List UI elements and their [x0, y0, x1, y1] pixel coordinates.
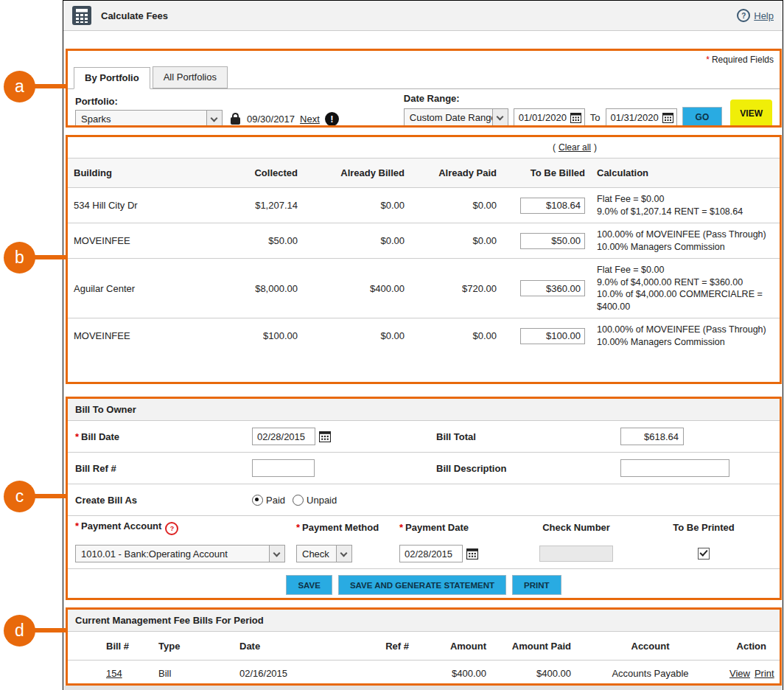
col-to-be-billed: To Be Billed: [503, 158, 591, 188]
bill-ref-input[interactable]: [252, 459, 315, 477]
bill-date-row: *Bill Date 02/28/2015 Bill Total $618.64: [68, 421, 780, 453]
go-button[interactable]: GO: [682, 107, 723, 128]
building-cell: MOVEINFEE: [68, 318, 204, 354]
view-button[interactable]: VIEW: [730, 100, 772, 128]
bill-to-owner-title: Bill To Owner: [68, 399, 780, 421]
payment-date-input[interactable]: 02/28/2015: [399, 545, 463, 562]
bill-description-label: Bill Description: [436, 463, 620, 474]
print-link[interactable]: Print: [755, 668, 774, 679]
col-ref: Ref #: [346, 641, 409, 652]
payment-account-label: *Payment Account?: [75, 520, 296, 535]
calculation-cell: 100.00% of MOVEINFEE (Pass Through) 10.0…: [591, 318, 780, 354]
annotation-marker-b: b: [4, 242, 35, 273]
help-link[interactable]: Help: [754, 10, 774, 21]
date-range-select[interactable]: Custom Date Range: [404, 108, 508, 126]
bill-number-link[interactable]: 154: [106, 668, 122, 679]
to-be-printed-checkbox[interactable]: [698, 548, 710, 560]
unpaid-radio-label[interactable]: Unpaid: [307, 495, 337, 506]
col-already-billed: Already Billed: [304, 158, 410, 188]
portfolio-select[interactable]: Sparks: [75, 110, 223, 128]
create-bill-as-label: Create Bill As: [75, 495, 252, 506]
print-button[interactable]: PRINT: [512, 575, 561, 595]
calendar-icon[interactable]: [319, 431, 331, 442]
chevron-down-icon[interactable]: [269, 546, 284, 562]
bill-ref-row: Bill Ref # Bill Description: [68, 453, 780, 484]
portfolio-tabs: By Portfolio All Portfolios: [68, 66, 780, 89]
page-title: Calculate Fees: [101, 10, 168, 21]
check-number-label: Check Number: [542, 522, 610, 533]
calendar-icon[interactable]: [570, 112, 581, 123]
tooltip-question-icon[interactable]: ?: [165, 522, 178, 535]
bill-date-cell: 02/16/2015: [239, 668, 346, 679]
col-collected: Collected: [204, 158, 304, 188]
bill-date-input[interactable]: 02/28/2015: [252, 428, 315, 445]
already-billed-cell: $0.00: [304, 223, 410, 259]
create-bill-as-row: Create Bill As Paid Unpaid: [68, 484, 780, 516]
table-row: 534 Hill City Dr $1,207.14 $0.00 $0.00 $…: [68, 188, 780, 223]
col-already-paid: Already Paid: [410, 158, 503, 188]
payment-account-select[interactable]: 1010.01 - Bank:Operating Account: [75, 545, 285, 562]
check-number-input: [539, 546, 613, 562]
unpaid-radio[interactable]: [293, 495, 304, 506]
to-be-billed-input[interactable]: $108.64: [520, 198, 585, 214]
required-asterisk: *: [706, 55, 710, 65]
col-type: Type: [158, 641, 239, 652]
col-account: Account: [631, 641, 670, 652]
already-paid-cell: $720.00: [410, 259, 503, 318]
col-amount: Amount: [409, 641, 486, 652]
paid-radio[interactable]: [252, 495, 263, 506]
page-bottom-strip: [64, 686, 782, 690]
calculation-cell: Flat Fee = $0.00 9.0% of $1,207.14 RENT …: [591, 188, 780, 223]
collected-cell: $50.00: [204, 223, 304, 259]
payment-controls-row: 1010.01 - Bank:Operating Account Check 0…: [68, 539, 780, 569]
bill-total-label: Bill Total: [436, 431, 620, 442]
col-date: Date: [239, 641, 346, 652]
calendar-icon[interactable]: [466, 548, 478, 560]
chevron-down-icon[interactable]: [492, 109, 508, 125]
app-window: Calculate Fees ? Help *Required Fields B…: [63, 0, 783, 690]
fees-table: Building Collected Already Billed Alread…: [68, 158, 780, 353]
marker-letter: c: [15, 487, 24, 506]
view-link[interactable]: View: [729, 668, 750, 679]
chevron-down-icon[interactable]: [336, 546, 351, 562]
paid-radio-label[interactable]: Paid: [266, 495, 285, 506]
payment-method-select[interactable]: Check: [296, 545, 352, 562]
save-button[interactable]: SAVE: [286, 575, 332, 595]
table-row: MOVEINFEE $100.00 $0.00 $0.00 $100.00 10…: [68, 318, 780, 354]
marker-letter: d: [15, 621, 24, 641]
bill-total-input[interactable]: $618.64: [620, 428, 684, 445]
help-control[interactable]: ? Help: [737, 9, 774, 22]
bill-actions-row: SAVE SAVE AND GENERATE STATEMENT PRINT: [68, 569, 780, 600]
to-be-billed-input[interactable]: $100.00: [520, 328, 585, 344]
tab-by-portfolio[interactable]: By Portfolio: [74, 67, 150, 89]
bill-ref-label: Bill Ref #: [75, 463, 252, 474]
clear-all-link[interactable]: Clear all: [559, 142, 591, 153]
date-from-input[interactable]: 01/01/2020: [514, 108, 585, 126]
next-period-link[interactable]: Next: [300, 114, 320, 125]
payment-header-row: *Payment Account? *Payment Method *Payme…: [68, 516, 780, 539]
date-range-label: Date Range:: [404, 93, 722, 104]
date-to-input[interactable]: 01/31/2020: [606, 108, 677, 126]
already-paid-cell: $0.00: [410, 188, 503, 223]
bill-amount-cell: $400.00: [409, 668, 486, 679]
save-and-generate-statement-button[interactable]: SAVE AND GENERATE STATEMENT: [338, 575, 506, 595]
to-be-printed-label: To Be Printed: [673, 522, 735, 533]
to-be-billed-input[interactable]: $360.00: [520, 280, 585, 296]
lock-icon: [231, 117, 240, 125]
calendar-icon[interactable]: [662, 112, 673, 123]
marker-letter: b: [15, 248, 24, 268]
table-row: 154 Bill 02/16/2015 $400.00 $400.00 Acco…: [68, 661, 780, 686]
already-paid-cell: $0.00: [410, 318, 503, 354]
bill-description-input[interactable]: [620, 459, 729, 477]
portfolio-label: Portfolio:: [75, 96, 339, 107]
annotation-marker-a: a: [4, 71, 35, 102]
tab-all-portfolios[interactable]: All Portfolios: [153, 66, 228, 88]
help-question-icon[interactable]: ?: [737, 9, 750, 22]
col-building: Building: [68, 158, 204, 188]
to-be-billed-input[interactable]: $50.00: [520, 233, 585, 249]
section-fees-table: ( Clear all ) Building Collected Already…: [66, 135, 782, 384]
bill-type-cell: Bill: [158, 668, 239, 679]
col-amount-paid: Amount Paid: [486, 641, 571, 652]
chevron-down-icon[interactable]: [206, 111, 222, 127]
section-bill-to-owner: Bill To Owner *Bill Date 02/28/2015 Bill…: [66, 397, 782, 600]
